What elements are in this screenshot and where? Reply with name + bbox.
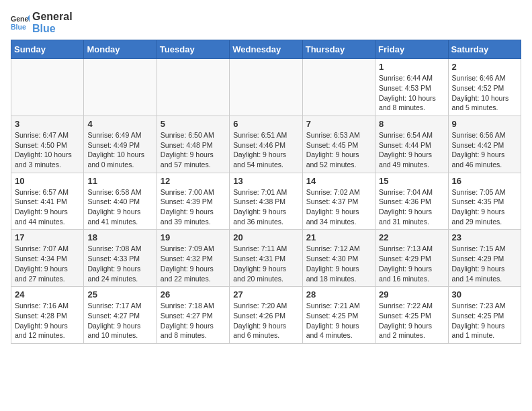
week-row-2: 3Sunrise: 6:47 AM Sunset: 4:50 PM Daylig…: [11, 116, 521, 173]
day-cell: [84, 59, 157, 116]
weekday-header-sunday: Sunday: [11, 40, 84, 59]
day-info: Sunrise: 7:13 AM Sunset: 4:29 PM Dayligh…: [379, 244, 444, 283]
week-row-1: 1Sunrise: 6:44 AM Sunset: 4:53 PM Daylig…: [11, 59, 521, 116]
weekday-header-thursday: Thursday: [302, 40, 375, 59]
day-cell: 13Sunrise: 7:01 AM Sunset: 4:38 PM Dayli…: [230, 173, 302, 230]
day-cell: [11, 59, 84, 116]
day-cell: 24Sunrise: 7:16 AM Sunset: 4:28 PM Dayli…: [11, 287, 84, 344]
day-info: Sunrise: 7:00 AM Sunset: 4:39 PM Dayligh…: [161, 187, 226, 227]
day-info: Sunrise: 7:15 AM Sunset: 4:29 PM Dayligh…: [452, 244, 517, 283]
day-cell: 6Sunrise: 6:51 AM Sunset: 4:46 PM Daylig…: [230, 116, 302, 173]
day-number: 15: [379, 176, 444, 186]
day-number: 29: [379, 289, 444, 300]
day-cell: 21Sunrise: 7:12 AM Sunset: 4:30 PM Dayli…: [302, 230, 375, 287]
calendar-table: SundayMondayTuesdayWednesdayThursdayFrid…: [11, 40, 521, 344]
day-info: Sunrise: 6:50 AM Sunset: 4:48 PM Dayligh…: [161, 130, 226, 170]
day-info: Sunrise: 7:01 AM Sunset: 4:38 PM Dayligh…: [233, 187, 298, 227]
weekday-header-wednesday: Wednesday: [230, 40, 302, 59]
day-number: 10: [15, 176, 80, 186]
day-number: 7: [306, 119, 371, 129]
day-cell: 29Sunrise: 7:22 AM Sunset: 4:25 PM Dayli…: [375, 287, 448, 344]
day-number: 28: [306, 289, 371, 300]
day-cell: 27Sunrise: 7:20 AM Sunset: 4:26 PM Dayli…: [230, 287, 302, 344]
day-info: Sunrise: 6:54 AM Sunset: 4:44 PM Dayligh…: [379, 130, 444, 170]
day-info: Sunrise: 7:07 AM Sunset: 4:34 PM Dayligh…: [15, 244, 80, 283]
day-info: Sunrise: 7:20 AM Sunset: 4:26 PM Dayligh…: [233, 301, 298, 340]
day-cell: 23Sunrise: 7:15 AM Sunset: 4:29 PM Dayli…: [448, 230, 521, 287]
day-cell: [230, 59, 302, 116]
week-row-5: 24Sunrise: 7:16 AM Sunset: 4:28 PM Dayli…: [11, 287, 521, 344]
day-cell: 12Sunrise: 7:00 AM Sunset: 4:39 PM Dayli…: [157, 173, 229, 230]
weekday-header-friday: Friday: [375, 40, 448, 59]
day-cell: 25Sunrise: 7:17 AM Sunset: 4:27 PM Dayli…: [84, 287, 157, 344]
day-cell: 9Sunrise: 6:56 AM Sunset: 4:42 PM Daylig…: [448, 116, 521, 173]
svg-text:General: General: [11, 15, 30, 23]
day-cell: 5Sunrise: 6:50 AM Sunset: 4:48 PM Daylig…: [157, 116, 229, 173]
week-row-4: 17Sunrise: 7:07 AM Sunset: 4:34 PM Dayli…: [11, 230, 521, 287]
day-info: Sunrise: 7:23 AM Sunset: 4:25 PM Dayligh…: [452, 301, 517, 340]
svg-text:Blue: Blue: [11, 22, 26, 30]
day-info: Sunrise: 7:17 AM Sunset: 4:27 PM Dayligh…: [87, 301, 152, 340]
day-info: Sunrise: 7:18 AM Sunset: 4:27 PM Dayligh…: [161, 301, 226, 340]
weekday-header-tuesday: Tuesday: [157, 40, 229, 59]
day-cell: [302, 59, 375, 116]
day-number: 5: [161, 119, 226, 129]
day-number: 22: [379, 232, 444, 242]
weekday-header-monday: Monday: [84, 40, 157, 59]
logo-general: General: [32, 11, 73, 23]
day-number: 25: [87, 289, 152, 300]
day-number: 16: [452, 176, 517, 186]
day-cell: 28Sunrise: 7:21 AM Sunset: 4:25 PM Dayli…: [302, 287, 375, 344]
day-number: 12: [161, 176, 226, 186]
weekday-header-saturday: Saturday: [448, 40, 521, 59]
day-cell: 14Sunrise: 7:02 AM Sunset: 4:37 PM Dayli…: [302, 173, 375, 230]
day-number: 18: [87, 232, 152, 242]
day-info: Sunrise: 6:58 AM Sunset: 4:40 PM Dayligh…: [87, 187, 152, 227]
logo: General Blue General Blue: [11, 11, 73, 34]
week-row-3: 10Sunrise: 6:57 AM Sunset: 4:41 PM Dayli…: [11, 173, 521, 230]
day-number: 24: [15, 289, 80, 300]
day-cell: 10Sunrise: 6:57 AM Sunset: 4:41 PM Dayli…: [11, 173, 84, 230]
day-number: 17: [15, 232, 80, 242]
day-cell: 2Sunrise: 6:46 AM Sunset: 4:52 PM Daylig…: [448, 59, 521, 116]
day-number: 9: [452, 119, 517, 129]
day-number: 6: [233, 119, 298, 129]
day-info: Sunrise: 7:12 AM Sunset: 4:30 PM Dayligh…: [306, 244, 371, 283]
day-info: Sunrise: 6:53 AM Sunset: 4:45 PM Dayligh…: [306, 130, 371, 170]
day-cell: 22Sunrise: 7:13 AM Sunset: 4:29 PM Dayli…: [375, 230, 448, 287]
day-cell: 11Sunrise: 6:58 AM Sunset: 4:40 PM Dayli…: [84, 173, 157, 230]
day-info: Sunrise: 7:11 AM Sunset: 4:31 PM Dayligh…: [233, 244, 298, 283]
day-info: Sunrise: 7:09 AM Sunset: 4:32 PM Dayligh…: [161, 244, 226, 283]
day-number: 2: [452, 62, 517, 72]
day-number: 8: [379, 119, 444, 129]
day-info: Sunrise: 6:44 AM Sunset: 4:53 PM Dayligh…: [379, 73, 444, 113]
day-cell: 1Sunrise: 6:44 AM Sunset: 4:53 PM Daylig…: [375, 59, 448, 116]
day-number: 26: [161, 289, 226, 300]
day-number: 13: [233, 176, 298, 186]
day-cell: 3Sunrise: 6:47 AM Sunset: 4:50 PM Daylig…: [11, 116, 84, 173]
day-number: 20: [233, 232, 298, 242]
day-info: Sunrise: 7:22 AM Sunset: 4:25 PM Dayligh…: [379, 301, 444, 340]
day-number: 3: [15, 119, 80, 129]
day-number: 11: [87, 176, 152, 186]
day-cell: [157, 59, 229, 116]
day-number: 19: [161, 232, 226, 242]
day-cell: 16Sunrise: 7:05 AM Sunset: 4:35 PM Dayli…: [448, 173, 521, 230]
day-number: 30: [452, 289, 517, 300]
day-info: Sunrise: 7:05 AM Sunset: 4:35 PM Dayligh…: [452, 187, 517, 227]
day-number: 21: [306, 232, 371, 242]
day-number: 14: [306, 176, 371, 186]
day-info: Sunrise: 6:49 AM Sunset: 4:49 PM Dayligh…: [87, 130, 152, 170]
weekday-header-row: SundayMondayTuesdayWednesdayThursdayFrid…: [11, 40, 521, 59]
day-info: Sunrise: 6:56 AM Sunset: 4:42 PM Dayligh…: [452, 130, 517, 170]
day-cell: 30Sunrise: 7:23 AM Sunset: 4:25 PM Dayli…: [448, 287, 521, 344]
day-cell: 19Sunrise: 7:09 AM Sunset: 4:32 PM Dayli…: [157, 230, 229, 287]
day-info: Sunrise: 7:02 AM Sunset: 4:37 PM Dayligh…: [306, 187, 371, 227]
day-cell: 17Sunrise: 7:07 AM Sunset: 4:34 PM Dayli…: [11, 230, 84, 287]
day-info: Sunrise: 7:21 AM Sunset: 4:25 PM Dayligh…: [306, 301, 371, 340]
day-cell: 26Sunrise: 7:18 AM Sunset: 4:27 PM Dayli…: [157, 287, 229, 344]
day-info: Sunrise: 7:16 AM Sunset: 4:28 PM Dayligh…: [15, 301, 80, 340]
day-number: 1: [379, 62, 444, 72]
logo-icon: General Blue: [11, 13, 30, 32]
day-cell: 18Sunrise: 7:08 AM Sunset: 4:33 PM Dayli…: [84, 230, 157, 287]
